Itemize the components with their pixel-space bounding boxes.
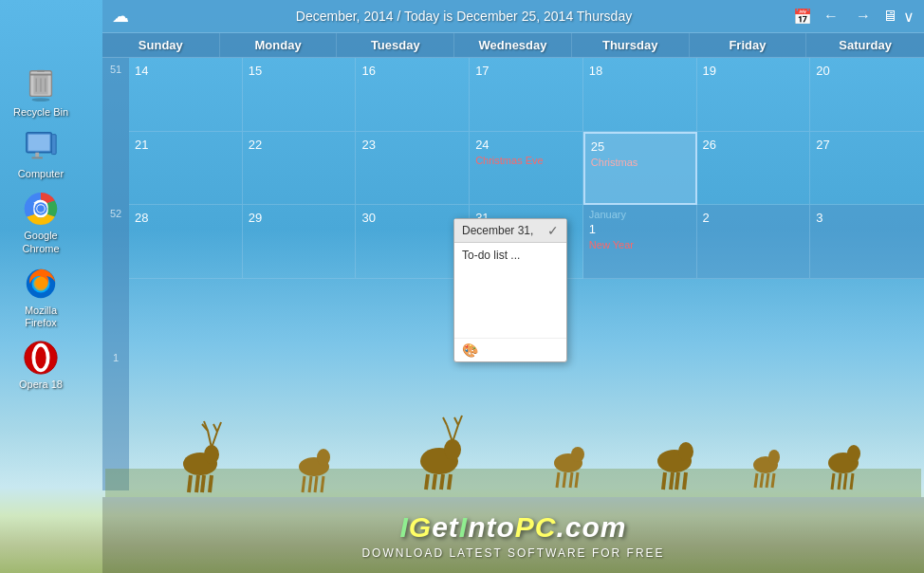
svg-rect-11 xyxy=(51,135,56,155)
svg-rect-8 xyxy=(28,135,50,151)
calendar-title: December, 2014 / Today is December 25, 2… xyxy=(135,9,793,24)
event-popup[interactable]: December 31, ✓ To-do list ... 🎨 xyxy=(453,218,567,362)
cell-dec-18[interactable]: 18 xyxy=(583,58,697,132)
week-numbers-panel: 51 52 1 xyxy=(102,58,129,490)
cell-dec-25-today[interactable]: 25 Christmas xyxy=(583,132,697,206)
google-chrome-icon xyxy=(22,190,60,228)
saturday-header: Saturday xyxy=(806,33,924,57)
watermark-banner: IGetIntoPC.com Download Latest Software … xyxy=(102,497,924,573)
week-num-1: 1 xyxy=(102,346,129,490)
monday-header: Monday xyxy=(220,33,338,57)
week-num-52: 52 xyxy=(102,202,129,346)
google-chrome-icon-item[interactable]: Google Chrome xyxy=(8,190,74,254)
january-label: January xyxy=(589,209,691,220)
cell-dec-16[interactable]: 16 xyxy=(356,58,470,132)
christmas-eve-event: Christmas Eve xyxy=(475,155,577,166)
monitor-icon[interactable]: 🖥 xyxy=(882,8,897,25)
popup-title: December 31, xyxy=(462,224,533,237)
wednesday-header: Wednesday xyxy=(454,33,572,57)
cell-dec-14[interactable]: 14 xyxy=(129,58,243,132)
cell-dec-20[interactable]: 20 xyxy=(810,58,924,132)
computer-label: Computer xyxy=(18,168,64,180)
svg-point-16 xyxy=(37,206,45,213)
cell-dec-21[interactable]: 21 xyxy=(129,132,243,206)
cell-jan-3[interactable]: 3 xyxy=(810,205,924,279)
prev-month-button[interactable]: ← xyxy=(818,8,844,25)
watermark-subtitle: Download Latest Software for Free xyxy=(361,546,664,560)
week-num-51: 51 xyxy=(102,58,129,202)
svg-point-6 xyxy=(32,98,50,102)
mozilla-firefox-icon xyxy=(22,265,60,303)
thursday-header: Thursday xyxy=(572,33,690,57)
computer-icon-item[interactable]: Computer xyxy=(8,128,74,180)
mozilla-firefox-label: Mozilla Firefox xyxy=(8,305,74,329)
desktop-icons-panel: Recycle Bin Computer xyxy=(8,66,74,391)
calendar-days-header: Sunday Monday Tuesday Wednesday Thursday… xyxy=(102,33,924,58)
new-year-event: New Year xyxy=(589,239,691,250)
cell-dec-29[interactable]: 29 xyxy=(243,205,357,279)
opera-icon xyxy=(22,339,60,377)
opera-icon-item[interactable]: Opera 18 xyxy=(8,339,74,391)
cell-dec-23[interactable]: 23 xyxy=(356,132,470,206)
desktop: Recycle Bin Computer xyxy=(0,0,924,573)
watermark-logo: IGetIntoPC.com xyxy=(399,511,626,544)
dropdown-icon[interactable]: ∨ xyxy=(903,8,915,26)
friday-header: Friday xyxy=(690,33,807,57)
recycle-bin-label: Recycle Bin xyxy=(13,106,68,119)
cell-dec-17[interactable]: 17 xyxy=(470,58,583,132)
cloud-icon: ☁ xyxy=(112,6,129,27)
cell-dec-24[interactable]: 24 Christmas Eve xyxy=(470,132,583,206)
mozilla-firefox-icon-item[interactable]: Mozilla Firefox xyxy=(8,265,74,329)
popup-footer: 🎨 xyxy=(454,338,566,361)
recycle-bin-icon xyxy=(22,66,60,104)
cell-dec-22[interactable]: 22 xyxy=(243,132,357,206)
cell-dec-28[interactable]: 28 xyxy=(129,205,243,279)
cell-dec-19[interactable]: 19 xyxy=(697,58,811,132)
calendar-header: ☁ December, 2014 / Today is December 25,… xyxy=(102,0,924,33)
christmas-event: Christmas xyxy=(591,157,690,168)
tuesday-header: Tuesday xyxy=(337,33,454,57)
sunday-header: Sunday xyxy=(102,33,220,57)
google-chrome-label: Google Chrome xyxy=(8,230,74,254)
cell-dec-27[interactable]: 27 xyxy=(810,132,924,206)
popup-check-icon[interactable]: ✓ xyxy=(547,223,559,238)
svg-rect-9 xyxy=(35,153,39,157)
palette-icon[interactable]: 🎨 xyxy=(462,342,478,358)
recycle-bin-icon-item[interactable]: Recycle Bin xyxy=(8,66,74,119)
popup-header: December 31, ✓ xyxy=(454,219,566,243)
calendar-icon[interactable]: 📅 xyxy=(793,8,812,26)
popup-body[interactable]: To-do list ... xyxy=(454,243,566,338)
opera-label: Opera 18 xyxy=(19,379,63,391)
next-month-button[interactable]: → xyxy=(850,8,877,25)
popup-body-text: To-do list ... xyxy=(462,249,520,262)
cell-dec-15[interactable]: 15 xyxy=(243,58,357,132)
cell-jan-2[interactable]: 2 xyxy=(697,205,811,279)
cell-jan-1[interactable]: January 1 New Year xyxy=(583,205,697,279)
calendar-widget: ☁ December, 2014 / Today is December 25,… xyxy=(102,0,924,497)
computer-icon xyxy=(22,128,60,166)
cell-dec-26[interactable]: 26 xyxy=(697,132,811,206)
svg-rect-10 xyxy=(32,157,43,159)
